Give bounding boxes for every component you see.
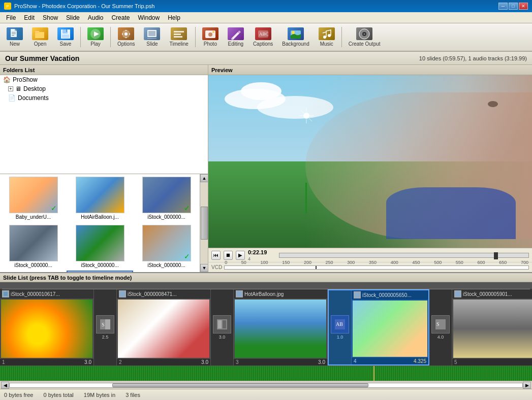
play-button[interactable]: Play: [84, 25, 107, 49]
scroll-down-button[interactable]: ▼: [200, 264, 208, 272]
hscroll-thumb[interactable]: [112, 383, 369, 387]
slide-5-transition[interactable]: S 4.0: [429, 289, 452, 365]
file-item-landscape[interactable]: iStock_000000...: [67, 222, 133, 271]
music-icon: [319, 27, 335, 40]
slide-5-thumb: [453, 299, 532, 358]
toolbar-separator-4: [341, 27, 342, 47]
svg-rect-11: [66, 29, 67, 32]
slide-item-3[interactable]: HotAirBalloon.jpg 3 3.0: [234, 289, 328, 365]
stop-button[interactable]: ⏹: [224, 251, 233, 260]
rewind-button[interactable]: ⏮: [211, 251, 221, 260]
left-panel: Folders List 🏠 ProShow + 🖥 Desktop 📄 Doc…: [0, 65, 208, 272]
close-button[interactable]: ✕: [519, 3, 528, 10]
check-family: ✓: [184, 204, 190, 212]
file-item-baby[interactable]: ✓ Baby_underU...: [0, 174, 67, 222]
slide-3-group: 3.0 HotAirBalloon.jpg 3 3.0: [211, 289, 328, 365]
maximize-button[interactable]: □: [509, 3, 518, 10]
open-button[interactable]: Open: [28, 25, 52, 49]
file-scrollbar: ▲ ▼: [200, 174, 208, 273]
slide-list-header: Slide List (press TAB to toggle to timel…: [0, 272, 532, 282]
timeline-button[interactable]: Timeline: [166, 25, 192, 49]
hscroll-track[interactable]: [9, 383, 523, 388]
progress-bar-row: VCD 050100150200250300350400450500550600…: [208, 262, 532, 272]
svg-line-40: [301, 110, 304, 113]
desktop-icon: 🖥: [15, 85, 21, 92]
new-icon: [7, 27, 23, 40]
file-browser: ✓ Baby_underU... HotAirBalloon.j...: [0, 174, 208, 273]
scroll-up-button[interactable]: ▲: [200, 174, 208, 182]
slide-item-1[interactable]: iStock_0000010617... 1 3.0: [0, 289, 94, 365]
file-item-balloon[interactable]: HotAirBalloon.j...: [67, 174, 133, 222]
menu-slide[interactable]: Slide: [62, 13, 84, 22]
play-transport-button[interactable]: ▶: [236, 251, 245, 260]
toolbar-separator-3: [195, 27, 196, 47]
menu-window[interactable]: Window: [134, 13, 164, 22]
menu-help[interactable]: Help: [164, 13, 184, 22]
folder-documents[interactable]: 📄 Documents: [0, 93, 208, 103]
timeline-handle[interactable]: [494, 252, 498, 259]
desktop-expand[interactable]: +: [8, 86, 13, 91]
menu-file[interactable]: File: [2, 13, 20, 22]
music-button[interactable]: Music: [315, 25, 338, 49]
timeline-slider[interactable]: [279, 253, 529, 258]
slide-1-thumb: [1, 299, 92, 358]
editing-button[interactable]: Editing: [224, 25, 247, 49]
slide-4-name: iStock_0000005650...: [362, 292, 426, 298]
project-bar: Our Summer Vacation 10 slides (0:59.57),…: [0, 52, 532, 65]
folder-proshow[interactable]: 🏠 ProShow: [0, 75, 208, 84]
timeline-icon: [171, 27, 187, 40]
slide-3-num: 3: [236, 359, 239, 365]
photo-button[interactable]: Photo: [199, 25, 222, 49]
svg-point-30: [323, 36, 326, 39]
scroll-track[interactable]: [200, 182, 208, 264]
save-label: Save: [60, 41, 72, 47]
minimize-button[interactable]: ─: [498, 3, 508, 10]
file-item-flower[interactable]: iStock_00001...: [67, 271, 133, 273]
folder-desktop[interactable]: + 🖥 Desktop: [0, 84, 208, 93]
preview-area: [208, 75, 532, 248]
save-button[interactable]: Save: [54, 25, 77, 49]
slide-5-group: S 4.0 iStock_0000005901... 5: [429, 289, 532, 365]
timeline-label: Timeline: [169, 41, 188, 47]
scroll-thumb[interactable]: [201, 207, 208, 240]
file-item-hikers[interactable]: iStock_0000014...: [133, 271, 200, 273]
slide-4-transition[interactable]: AB 1.0: [329, 290, 352, 364]
slide-item-2[interactable]: iStock_0000008471... 2 3.0: [117, 289, 211, 365]
captions-button[interactable]: ABC Captions: [249, 25, 276, 49]
menu-create[interactable]: Create: [107, 13, 134, 22]
progress-track[interactable]: 0501001502002503003504004505005506006507…: [224, 265, 529, 270]
slide-4-group: AB 1.0 iStock_0000005650... 4: [328, 289, 429, 365]
svg-rect-3: [12, 32, 16, 32]
slide-3-icon: [236, 290, 243, 297]
file-item-baseball[interactable]: iStock_000000...: [0, 271, 67, 273]
svg-point-16: [124, 32, 128, 36]
label-family: iStock_000000...: [141, 214, 192, 220]
menu-edit[interactable]: Edit: [20, 13, 39, 22]
svg-rect-45: [105, 319, 110, 329]
slide-2-name: iStock_0000008471...: [128, 291, 208, 297]
create-output-button[interactable]: Create Output: [345, 25, 384, 49]
slide-1-name: iStock_0000010617...: [11, 291, 91, 297]
menu-show[interactable]: Show: [39, 13, 62, 22]
slide-item-5[interactable]: iStock_0000005901... 5 2.75: [452, 289, 532, 365]
svg-text:ABC: ABC: [259, 31, 269, 37]
options-button[interactable]: Options: [114, 25, 138, 49]
file-item-people[interactable]: iStock_000000...: [0, 222, 67, 271]
editing-icon: [228, 27, 244, 40]
slide-button[interactable]: Slide: [140, 25, 164, 49]
hscroll-right-button[interactable]: ▶: [523, 382, 531, 389]
background-button[interactable]: Background: [278, 25, 312, 49]
file-item-rocks[interactable]: ✓ iStock_000000...: [133, 222, 200, 271]
file-item-family[interactable]: ✓ iStock_000000...: [133, 174, 200, 222]
slide-3-transition[interactable]: 3.0: [211, 289, 234, 365]
slide-2-transition[interactable]: S 2.5: [94, 289, 117, 365]
hscroll-left-button[interactable]: ◀: [1, 382, 9, 389]
slide-item-4[interactable]: iStock_0000005650... 4 4.325: [352, 290, 428, 364]
svg-point-29: [292, 31, 295, 34]
new-label: New: [10, 41, 20, 47]
new-button[interactable]: New: [3, 25, 26, 49]
menu-audio[interactable]: Audio: [84, 13, 108, 22]
svg-rect-54: [355, 292, 360, 297]
folder-tree[interactable]: 🏠 ProShow + 🖥 Desktop 📄 Documents: [0, 75, 208, 174]
status-total: 0 bytes total: [43, 392, 73, 398]
